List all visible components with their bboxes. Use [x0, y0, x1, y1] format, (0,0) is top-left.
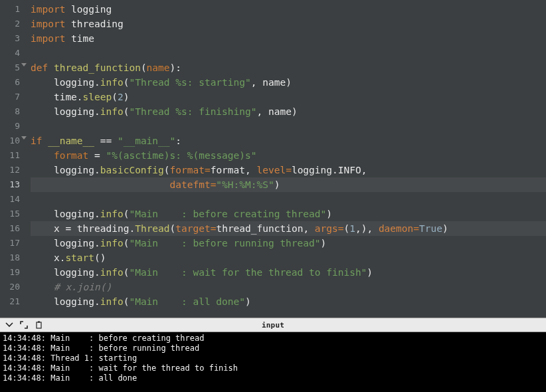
line-number[interactable]: 5 [0, 60, 24, 75]
svg-rect-1 [38, 322, 40, 323]
code-line[interactable]: # x.join() [31, 280, 546, 294]
code-line[interactable]: logging.info("Thread %s: starting", name… [31, 75, 546, 90]
code-line[interactable]: logging.basicConfig(format=format, level… [31, 163, 546, 177]
console-output[interactable]: 14:34:48: Main : before creating thread … [0, 332, 546, 392]
line-number[interactable]: 3 [0, 31, 24, 46]
line-number[interactable]: 16 [0, 221, 24, 236]
panel-expand-down-icon[interactable] [5, 321, 13, 329]
code-line[interactable]: format = "%(asctime)s: %(message)s" [31, 148, 546, 163]
line-number[interactable]: 14 [0, 192, 24, 207]
line-number[interactable]: 10 [0, 134, 24, 148]
code-line[interactable]: import logging [31, 2, 546, 17]
code-line[interactable] [31, 119, 546, 134]
line-number[interactable]: 6 [0, 75, 24, 90]
svg-rect-0 [37, 322, 41, 328]
line-number[interactable]: 21 [0, 294, 24, 309]
code-line[interactable] [31, 192, 546, 207]
code-line[interactable]: logging.info("Main : all done") [31, 294, 546, 309]
code-line[interactable]: x = threading.Thread(target=thread_funct… [31, 221, 546, 236]
code-line[interactable]: datefmt="%H:%M:%S") [31, 177, 546, 192]
panel-label: input [262, 321, 284, 330]
line-number[interactable]: 1 [0, 2, 24, 17]
line-number[interactable]: 4 [0, 46, 24, 60]
code-editor[interactable]: 123456789101112131415161718192021 import… [0, 0, 546, 318]
line-gutter[interactable]: 123456789101112131415161718192021 [0, 0, 24, 318]
line-number[interactable]: 8 [0, 104, 24, 119]
line-number[interactable]: 17 [0, 236, 24, 250]
code-line[interactable]: if __name__ == "__main__": [31, 134, 546, 148]
line-number[interactable]: 7 [0, 90, 24, 104]
panel-toolbar: input [0, 318, 546, 332]
line-number[interactable]: 19 [0, 265, 24, 280]
code-line[interactable] [31, 46, 546, 60]
code-line[interactable]: time.sleep(2) [31, 90, 546, 104]
line-number[interactable]: 12 [0, 163, 24, 177]
code-area[interactable]: import loggingimport threadingimport tim… [24, 0, 546, 318]
code-line[interactable]: x.start() [31, 250, 546, 265]
line-number[interactable]: 11 [0, 148, 24, 163]
code-line[interactable]: logging.info("Thread %s: finishing", nam… [31, 104, 546, 119]
code-line[interactable]: import threading [31, 17, 546, 31]
line-number[interactable]: 2 [0, 17, 24, 31]
code-line[interactable]: logging.info("Main : before running thre… [31, 236, 546, 250]
panel-maximize-icon[interactable] [20, 321, 28, 329]
line-number[interactable]: 18 [0, 250, 24, 265]
line-number[interactable]: 15 [0, 207, 24, 221]
line-number[interactable]: 9 [0, 119, 24, 134]
code-line[interactable]: logging.info("Main : before creating thr… [31, 207, 546, 221]
line-number[interactable]: 13 [0, 177, 24, 192]
code-line[interactable]: def thread_function(name): [31, 60, 546, 75]
code-line[interactable]: import time [31, 31, 546, 46]
panel-clipboard-icon[interactable] [35, 321, 43, 329]
code-line[interactable]: logging.info("Main : wait for the thread… [31, 265, 546, 280]
line-number[interactable]: 20 [0, 280, 24, 294]
